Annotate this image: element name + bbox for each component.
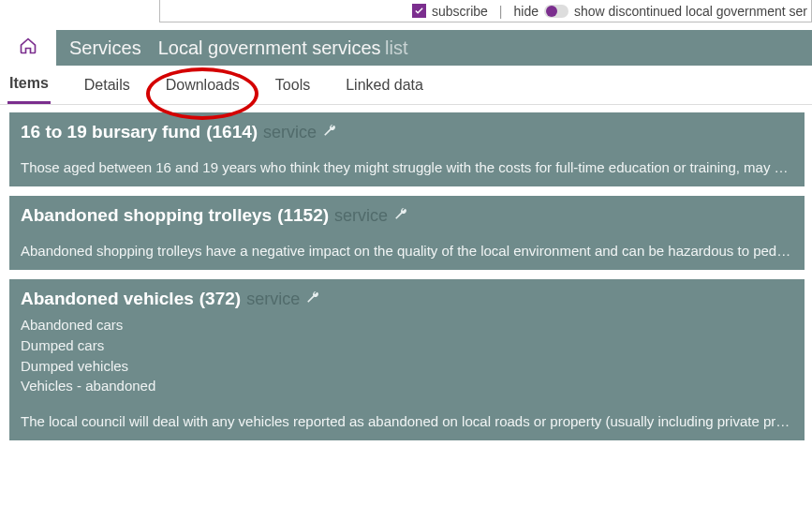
subscribe-checkbox[interactable] [412,4,426,18]
list-item-header: Abandoned vehicles (372) service [21,289,793,309]
discontinued-label: show discontinued local government ser [574,4,807,19]
tab-tools[interactable]: Tools [273,66,312,104]
tabs: Items Details Downloads Tools Linked dat… [0,66,812,105]
wrench-icon [393,205,408,226]
list-item-count: (372) [199,289,241,309]
divider: | [499,4,503,19]
aka-entry: Dumped vehicles [21,356,793,377]
tab-items[interactable]: Items [7,66,51,104]
breadcrumb-level2[interactable]: Local government services [158,37,381,58]
list-item-title: Abandoned shopping trolleys [21,205,272,226]
tab-details[interactable]: Details [82,66,132,104]
list-item-header: 16 to 19 bursary fund (1614) service [21,122,793,142]
breadcrumb-level1[interactable]: Services [69,37,141,59]
list-item-title: 16 to 19 bursary fund [21,122,200,142]
aka-entry: Vehicles - abandoned [21,376,793,396]
hide-label: hide [514,4,539,19]
list-item[interactable]: Abandoned shopping trolleys (1152) servi… [9,196,805,270]
home-icon [18,37,38,59]
options-bar: subscribe | hide show discontinued local… [159,0,812,22]
list-item-title: Abandoned vehicles [21,289,194,309]
wrench-icon [322,122,337,142]
subscribe-label: subscribe [432,4,488,19]
aka-entry: Dumped cars [21,335,793,356]
check-icon [414,6,424,16]
list-item-aka: Abandoned cars Dumped cars Dumped vehicl… [21,315,793,396]
items-list: 16 to 19 bursary fund (1614) service Tho… [0,105,812,440]
breadcrumb-suffix: list [385,37,407,58]
header-row: Services Local government services list [0,30,812,66]
list-item-header: Abandoned shopping trolleys (1152) servi… [21,205,793,226]
aka-entry: Abandoned cars [21,315,793,335]
list-item-tag: service [334,206,388,226]
list-item-tag: service [246,290,300,309]
list-item[interactable]: Abandoned vehicles (372) service Abandon… [9,279,805,440]
tab-linked-data[interactable]: Linked data [344,66,425,104]
list-item-count: (1614) [206,122,258,142]
breadcrumb: Services Local government services list [56,30,812,66]
list-item-desc: The local council will deal with any veh… [21,413,793,429]
list-item[interactable]: 16 to 19 bursary fund (1614) service Tho… [9,112,805,186]
list-item-count: (1152) [277,205,329,226]
list-item-tag: service [263,123,317,142]
list-item-desc: Those aged between 16 and 19 years who t… [21,159,793,175]
list-item-desc: Abandoned shopping trolleys have a negat… [21,243,793,259]
discontinued-toggle[interactable] [544,5,568,18]
home-button[interactable] [0,30,56,66]
tab-downloads[interactable]: Downloads [164,66,242,104]
wrench-icon [305,289,320,309]
